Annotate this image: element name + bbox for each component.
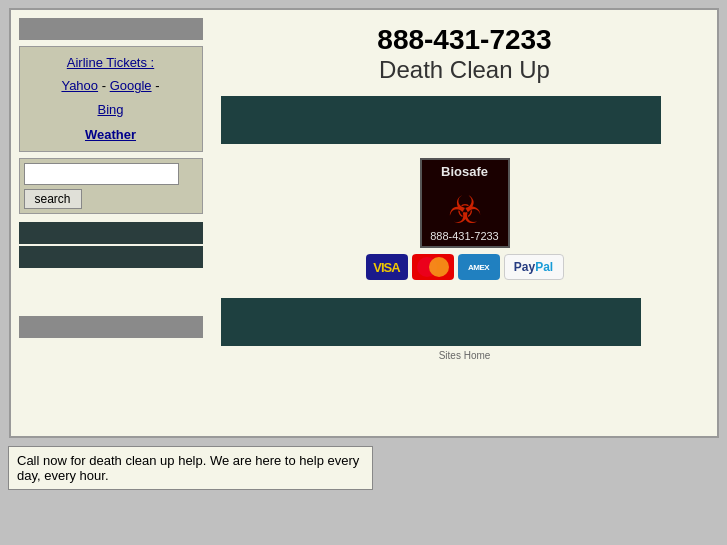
main-title: Death Clean Up [221,56,709,84]
biohazard-icon: ☣ [448,188,482,232]
yahoo-link[interactable]: Yahoo [61,78,98,93]
svg-point-1 [429,257,449,277]
bottom-callout: Call now for death clean up help. We are… [8,446,373,490]
visa-icon: VISA [366,254,408,280]
airline-tickets-row: Airline Tickets : [26,51,196,74]
attribution-text: Sites Home [221,350,709,361]
page-layout: Airline Tickets : Yahoo - Google - Bing … [19,18,709,361]
main-bottom-banner [221,298,641,346]
paypal-icon: PayPal [504,254,564,280]
dash1: - [102,78,110,93]
google-link[interactable]: Google [110,78,152,93]
search-button[interactable]: search [24,189,82,209]
sidebar-nav: Airline Tickets : Yahoo - Google - Bing … [19,46,203,152]
sidebar-dark-bar-1 [19,222,203,244]
biosafe-brand-label: Biosafe [441,164,488,179]
biosafe-section: Biosafe ☣ 888-431-7233 VISA [221,158,709,280]
dash2: - [155,78,159,93]
mastercard-icon [412,254,454,280]
main-top-banner [221,96,661,144]
search-engines-row: Yahoo - Google - [26,74,196,97]
payment-icons: VISA AMEX PayPal [366,254,564,280]
sidebar-dark-bar-2 [19,246,203,268]
sidebar-top-bar [19,18,203,40]
sidebar-mid-spacer [19,268,203,286]
biosafe-logo: Biosafe ☣ 888-431-7233 [420,158,510,248]
bing-row: Bing [26,98,196,121]
main-phone: 888-431-7233 [221,24,709,56]
callout-text: Call now for death clean up help. We are… [17,453,359,483]
search-input[interactable] [24,163,179,185]
airline-tickets-link[interactable]: Airline Tickets : [67,55,154,70]
weather-link[interactable]: Weather [26,123,196,146]
main-content: 888-431-7233 Death Clean Up Biosafe ☣ 88… [211,18,709,361]
bing-link[interactable]: Bing [97,102,123,117]
sidebar-bottom-bar [19,316,203,338]
biosafe-phone-label: 888-431-7233 [430,230,499,242]
search-box-wrapper: search [19,158,203,214]
sidebar: Airline Tickets : Yahoo - Google - Bing … [19,18,211,361]
main-frame: Airline Tickets : Yahoo - Google - Bing … [9,8,719,438]
amex-icon: AMEX [458,254,500,280]
